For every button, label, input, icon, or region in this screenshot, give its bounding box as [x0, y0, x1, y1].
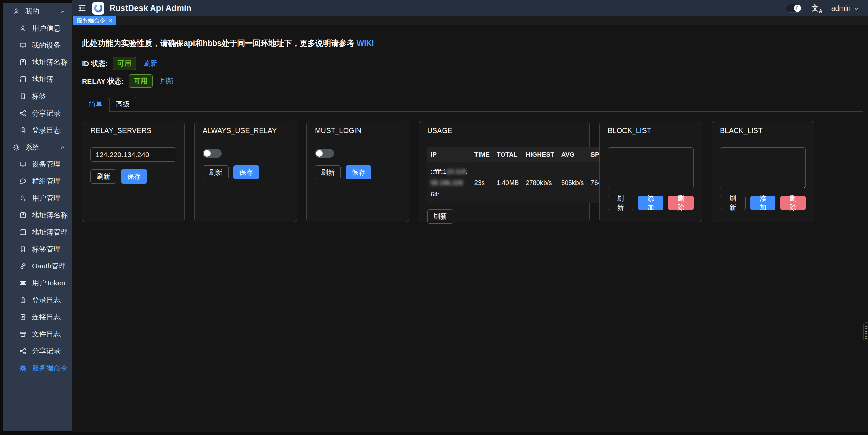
refresh-button[interactable]: 刷新	[608, 196, 633, 210]
sidebar-item-share-records-sys[interactable]: 分享记录	[3, 343, 72, 360]
relay-status-badge: 可用	[129, 74, 153, 88]
sidebar-item-oauth-mgmt[interactable]: Oauth管理	[3, 258, 72, 275]
col-time: TIME	[471, 147, 493, 162]
tab-server-commands[interactable]: 服务端命令 ×	[73, 16, 116, 25]
sidebar-item-login-logs[interactable]: 登录日志	[3, 122, 72, 139]
bookmark-icon	[19, 92, 27, 100]
delete-button[interactable]: 删除	[668, 196, 694, 210]
book-icon	[19, 211, 27, 219]
user-menu[interactable]: admin	[831, 4, 859, 12]
sidebar-item-server-commands[interactable]: 服务端命令	[3, 360, 72, 377]
sidebar-item-label: 用户Token	[32, 278, 65, 288]
black-list-textarea[interactable]	[720, 147, 806, 188]
delete-button[interactable]: 删除	[780, 196, 806, 210]
sidebar-item-label: 群组管理	[32, 176, 61, 186]
sidebar-item-group-mgmt[interactable]: 群组管理	[3, 173, 72, 190]
sidebar-item-label: 地址簿名称	[32, 210, 68, 220]
sidebar-item-device-mgmt[interactable]: 设备管理	[3, 156, 72, 173]
id-refresh-link[interactable]: 刷新	[144, 59, 157, 68]
sidebar-item-user-token[interactable]: 用户Token	[3, 275, 72, 292]
gear-icon	[12, 143, 20, 151]
main-content: 此处功能为实验性质，请确保api和hbbs处于同一回环地址下，更多说明请参考 W…	[72, 25, 868, 432]
block-list-textarea[interactable]	[608, 147, 694, 188]
sidebar-item-addressbook[interactable]: 地址簿	[3, 71, 72, 88]
sidebar-section-label: 我的	[25, 6, 39, 16]
id-status-row: ID 状态: 可用 刷新	[82, 57, 863, 70]
sidebar-item-my-devices[interactable]: 我的设备	[3, 37, 72, 54]
scroll-minimap-widget[interactable]	[863, 322, 868, 341]
card-must-login: MUST_LOGIN 刷新 保存	[306, 121, 409, 222]
sidebar-collapse-icon[interactable]	[77, 3, 87, 13]
header-right-controls: ☾ 文A admin	[785, 3, 859, 13]
dark-mode-toggle[interactable]: ☾	[785, 4, 802, 13]
sidebar-item-share-records[interactable]: 分享记录	[3, 105, 72, 122]
sidebar-section-my[interactable]: 我的	[3, 3, 72, 20]
file-text-icon	[19, 313, 27, 321]
app-title: RustDesk Api Admin	[110, 3, 191, 13]
gear-solid-icon	[19, 364, 27, 372]
link-icon	[19, 262, 27, 270]
save-button[interactable]: 保存	[233, 165, 259, 179]
close-icon[interactable]: ×	[109, 18, 112, 24]
save-button[interactable]: 保存	[121, 169, 147, 184]
relay-servers-input[interactable]	[90, 147, 176, 162]
save-button[interactable]: 保存	[346, 165, 371, 179]
relay-status-label: RELAY 状态:	[82, 76, 124, 86]
sidebar-item-user-mgmt[interactable]: 用户管理	[3, 190, 72, 207]
wiki-link[interactable]: WIKI	[357, 39, 374, 48]
sidebar-item-tags[interactable]: 标签	[3, 88, 72, 105]
card-title: USAGE	[419, 121, 589, 140]
experimental-notice: 此处功能为实验性质，请确保api和hbbs处于同一回环地址下，更多说明请参考 W…	[82, 38, 863, 49]
always-use-relay-switch[interactable]	[203, 149, 222, 158]
bookmark-icon	[19, 245, 27, 253]
settings-cards: RELAY_SERVERS 刷新 保存 ALWAYS_USE_RELAY 刷	[82, 121, 863, 222]
must-login-switch[interactable]	[315, 149, 334, 158]
card-title: BLACK_LIST	[712, 121, 814, 140]
sidebar-item-label: 连接日志	[32, 312, 61, 322]
clipboard-icon	[19, 126, 27, 134]
sidebar-item-tag-mgmt[interactable]: 标签管理	[3, 241, 72, 258]
card-relay-servers: RELAY_SERVERS 刷新 保存	[82, 121, 185, 222]
sidebar-section-system[interactable]: 系统	[3, 139, 72, 156]
card-title: BLOCK_LIST	[600, 121, 702, 140]
share-icon	[19, 347, 27, 355]
sidebar-item-file-logs[interactable]: 文件日志	[3, 326, 72, 343]
sidebar-item-addressbook-names[interactable]: 地址簿名称	[3, 54, 72, 71]
sidebar-item-addressbook-mgmt[interactable]: 地址簿管理	[3, 224, 72, 241]
sidebar-section-label: 系统	[25, 142, 39, 152]
sidebar-item-login-logs-sys[interactable]: 登录日志	[3, 292, 72, 309]
sidebar-item-connection-logs[interactable]: 连接日志	[3, 309, 72, 326]
chevron-up-icon	[60, 144, 66, 150]
switch-knob	[204, 150, 211, 157]
language-switch-icon[interactable]: 文A	[812, 3, 822, 13]
refresh-button[interactable]: 刷新	[90, 169, 116, 184]
sidebar-item-label: 服务端命令	[32, 363, 68, 373]
usage-table: IP TIME TOTAL HIGHEST AVG SPEED	[427, 147, 617, 203]
sidebar-item-label: 地址簿名称	[32, 57, 68, 67]
card-title: MUST_LOGIN	[307, 121, 409, 140]
usage-avg-cell: 505kb/s	[558, 162, 587, 203]
refresh-button[interactable]: 刷新	[315, 165, 341, 179]
sidebar-item-label: 登录日志	[32, 295, 61, 305]
refresh-button[interactable]: 刷新	[203, 165, 229, 179]
col-avg: AVG	[558, 147, 587, 162]
refresh-button[interactable]: 刷新	[427, 209, 453, 224]
card-block-list: BLOCK_LIST 刷新 添加 删除	[599, 121, 702, 222]
sidebar-item-user-info[interactable]: 用户信息	[3, 20, 72, 37]
add-button[interactable]: 添加	[638, 196, 664, 210]
top-header: RustDesk Api Admin ☾ 文A admin	[72, 0, 868, 16]
refresh-button[interactable]: 刷新	[720, 196, 746, 210]
usage-time-cell: 23s	[471, 162, 493, 203]
id-status-label: ID 状态:	[82, 59, 108, 68]
sidebar-item-label: 我的设备	[32, 40, 61, 50]
sidebar-item-addressbook-names-mgmt[interactable]: 地址簿名称	[3, 207, 72, 224]
monitor-icon	[19, 41, 27, 49]
usage-highest-cell: 2780kb/s	[522, 162, 557, 203]
card-title: ALWAYS_USE_RELAY	[195, 121, 297, 140]
relay-refresh-link[interactable]: 刷新	[160, 76, 174, 86]
add-button[interactable]: 添加	[750, 196, 776, 210]
col-highest: HIGHEST	[522, 147, 557, 162]
tab-advanced[interactable]: 高级	[109, 97, 136, 111]
chat-icon	[19, 177, 27, 185]
tab-simple[interactable]: 简单	[82, 97, 109, 112]
